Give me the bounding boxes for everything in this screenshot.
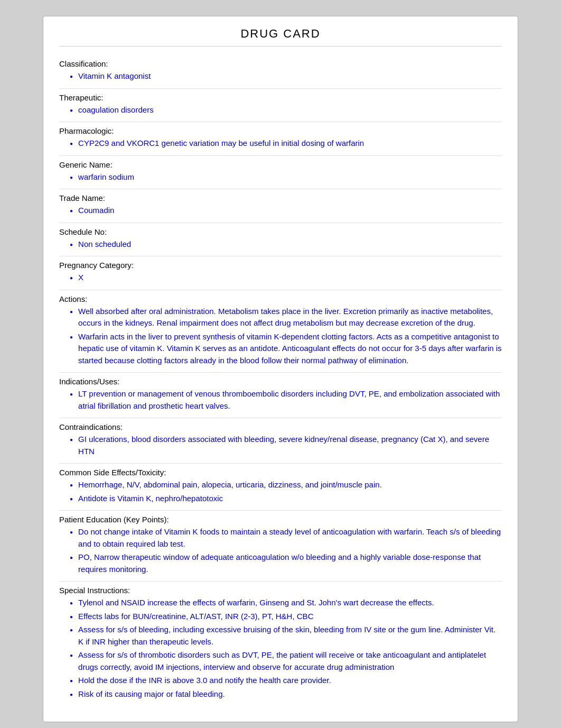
- list-item: Risk of its causing major or fatal bleed…: [59, 688, 502, 701]
- list-item-text: PO, Narrow therapeutic window of adequat…: [78, 551, 502, 575]
- section-side-effects: Common Side Effects/Toxicity:Hemorrhage,…: [59, 464, 502, 511]
- section-pregnancy-category: Pregnancy Category:X: [59, 256, 502, 290]
- section-indications: Indications/Uses:LT prevention or manage…: [59, 373, 502, 418]
- list-item-text: LT prevention or management of venous th…: [78, 388, 502, 412]
- list-item: Warfarin acts in the liver to prevent sy…: [59, 331, 502, 367]
- list-item-text: coagulation disorders: [78, 104, 502, 116]
- list-item: Hold the dose if the INR is above 3.0 an…: [59, 675, 502, 687]
- card-title: DRUG CARD: [59, 27, 502, 47]
- bullet-list-pregnancy-category: X: [59, 272, 502, 284]
- list-item: Non scheduled: [59, 238, 502, 251]
- bullet-list-side-effects: Hemorrhage, N/V, abdominal pain, alopeci…: [59, 479, 502, 504]
- section-label-patient-education: Patient Education (Key Points):: [59, 515, 502, 524]
- section-actions: Actions:Well absorbed after oral adminis…: [59, 290, 502, 373]
- list-item: coagulation disorders: [59, 104, 502, 116]
- list-item: Antidote is Vitamin K, nephro/hepatotoxi…: [59, 493, 502, 505]
- list-item-text: Risk of its causing major or fatal bleed…: [78, 688, 502, 701]
- bullet-list-classification: Vitamin K antagonist: [59, 70, 502, 82]
- section-schedule-no: Schedule No:Non scheduled: [59, 223, 502, 257]
- section-pharmacologic: Pharmacologic:CYP2C9 and VKORC1 genetic …: [59, 122, 502, 156]
- section-label-pregnancy-category: Pregnancy Category:: [59, 261, 502, 270]
- list-item-text: Hemorrhage, N/V, abdominal pain, alopeci…: [78, 479, 502, 491]
- bullet-list-special-instructions: Tylenol and NSAID increase the effects o…: [59, 597, 502, 700]
- list-item-text: Assess for s/s of thrombotic disorders s…: [78, 649, 502, 673]
- list-item: Coumadin: [59, 205, 502, 217]
- list-item: Do not change intake of Vitamin K foods …: [59, 526, 502, 550]
- list-item-text: Non scheduled: [78, 238, 502, 251]
- drug-card: DRUG CARD Classification:Vitamin K antag…: [43, 16, 518, 722]
- section-label-special-instructions: Special Instructions:: [59, 586, 502, 595]
- section-label-schedule-no: Schedule No:: [59, 227, 502, 236]
- section-label-pharmacologic: Pharmacologic:: [59, 126, 502, 135]
- section-label-contraindications: Contraindications:: [59, 422, 502, 431]
- list-item-text: X: [78, 272, 502, 284]
- section-patient-education: Patient Education (Key Points):Do not ch…: [59, 511, 502, 582]
- bullet-list-pharmacologic: CYP2C9 and VKORC1 genetic variation may …: [59, 137, 502, 150]
- list-item: CYP2C9 and VKORC1 genetic variation may …: [59, 137, 502, 150]
- list-item-text: warfarin sodium: [78, 171, 502, 183]
- section-therapeutic: Therapeutic:coagulation disorders: [59, 89, 502, 123]
- bullet-list-actions: Well absorbed after oral administration.…: [59, 306, 502, 367]
- list-item-text: Hold the dose if the INR is above 3.0 an…: [78, 675, 502, 687]
- section-label-indications: Indications/Uses:: [59, 377, 502, 386]
- list-item-text: Well absorbed after oral administration.…: [78, 306, 502, 329]
- list-item: PO, Narrow therapeutic window of adequat…: [59, 551, 502, 575]
- section-contraindications: Contraindications:GI ulcerations, blood …: [59, 418, 502, 464]
- bullet-list-contraindications: GI ulcerations, blood disorders associat…: [59, 434, 502, 457]
- list-item: Assess for s/s of bleeding, including ex…: [59, 624, 502, 648]
- bullet-list-generic-name: warfarin sodium: [59, 171, 502, 183]
- list-item: GI ulcerations, blood disorders associat…: [59, 434, 502, 457]
- section-trade-name: Trade Name:Coumadin: [59, 189, 502, 223]
- list-item-text: GI ulcerations, blood disorders associat…: [78, 434, 502, 457]
- list-item-text: Warfarin acts in the liver to prevent sy…: [78, 331, 502, 367]
- section-label-generic-name: Generic Name:: [59, 160, 502, 169]
- bullet-list-patient-education: Do not change intake of Vitamin K foods …: [59, 526, 502, 575]
- list-item-text: Vitamin K antagonist: [78, 70, 502, 82]
- bullet-list-schedule-no: Non scheduled: [59, 238, 502, 251]
- section-label-therapeutic: Therapeutic:: [59, 93, 502, 102]
- list-item-text: Coumadin: [78, 205, 502, 217]
- list-item-text: Do not change intake of Vitamin K foods …: [78, 526, 502, 550]
- bullet-list-indications: LT prevention or management of venous th…: [59, 388, 502, 412]
- section-label-trade-name: Trade Name:: [59, 193, 502, 202]
- list-item: Tylenol and NSAID increase the effects o…: [59, 597, 502, 609]
- sections-container: Classification:Vitamin K antagonistThera…: [59, 55, 502, 706]
- section-label-actions: Actions:: [59, 294, 502, 303]
- list-item: Vitamin K antagonist: [59, 70, 502, 82]
- list-item: LT prevention or management of venous th…: [59, 388, 502, 412]
- list-item-text: Effects labs for BUN/creatinine, ALT/AST…: [78, 611, 502, 623]
- bullet-list-therapeutic: coagulation disorders: [59, 104, 502, 116]
- list-item: Hemorrhage, N/V, abdominal pain, alopeci…: [59, 479, 502, 491]
- bullet-list-trade-name: Coumadin: [59, 205, 502, 217]
- section-generic-name: Generic Name:warfarin sodium: [59, 156, 502, 190]
- section-label-side-effects: Common Side Effects/Toxicity:: [59, 468, 502, 477]
- list-item: Well absorbed after oral administration.…: [59, 306, 502, 329]
- list-item: Effects labs for BUN/creatinine, ALT/AST…: [59, 611, 502, 623]
- section-special-instructions: Special Instructions:Tylenol and NSAID i…: [59, 582, 502, 706]
- list-item-text: Assess for s/s of bleeding, including ex…: [78, 624, 502, 648]
- list-item-text: CYP2C9 and VKORC1 genetic variation may …: [78, 137, 502, 150]
- list-item: warfarin sodium: [59, 171, 502, 183]
- list-item: Assess for s/s of thrombotic disorders s…: [59, 649, 502, 673]
- list-item: X: [59, 272, 502, 284]
- section-label-classification: Classification:: [59, 59, 502, 68]
- list-item-text: Antidote is Vitamin K, nephro/hepatotoxi…: [78, 493, 502, 505]
- section-classification: Classification:Vitamin K antagonist: [59, 55, 502, 89]
- list-item-text: Tylenol and NSAID increase the effects o…: [78, 597, 502, 609]
